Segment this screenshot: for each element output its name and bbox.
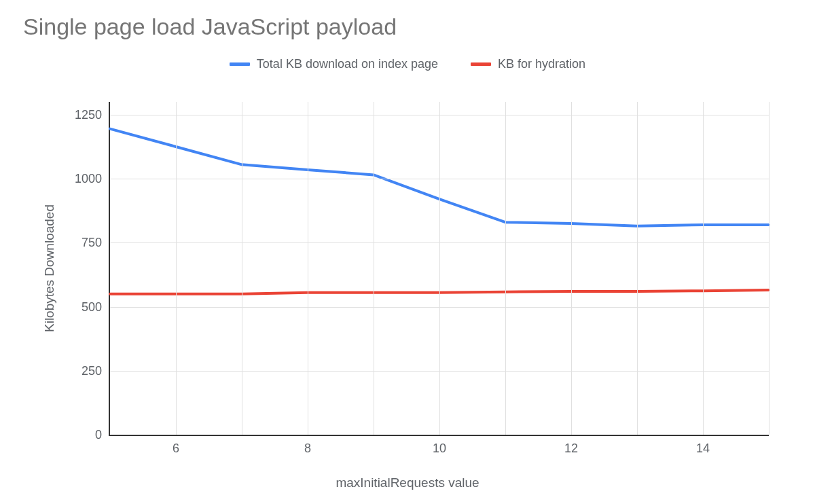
y-tick-label: 1000: [75, 172, 110, 186]
legend-item-hydration: KB for hydration: [471, 57, 585, 71]
x-axis-title: maxInitialRequests value: [0, 475, 815, 490]
y-tick-label: 750: [82, 236, 110, 250]
gridline-vertical: [308, 102, 308, 435]
gridline-vertical: [242, 102, 242, 435]
y-axis-title: Kilobytes Downloaded: [42, 204, 57, 332]
y-tick-label: 250: [82, 363, 110, 378]
gridline-horizontal: [110, 115, 769, 115]
gridline-vertical: [703, 102, 704, 435]
gridline-horizontal: [110, 179, 769, 179]
legend-swatch-blue-icon: [230, 62, 250, 66]
gridline-vertical: [439, 102, 440, 435]
gridline-vertical: [374, 102, 374, 435]
legend-item-total: Total KB download on index page: [230, 57, 438, 71]
x-tick-label: 6: [173, 435, 179, 456]
legend-label: Total KB download on index page: [257, 57, 438, 71]
gridline-vertical: [176, 102, 177, 435]
legend-label: KB for hydration: [498, 57, 585, 71]
x-tick-label: 8: [304, 435, 311, 456]
chart-title: Single page load JavaScript payload: [23, 14, 397, 40]
gridline-vertical: [769, 102, 769, 435]
y-tick-label: 0: [95, 428, 110, 442]
gridline-horizontal: [110, 242, 769, 243]
chart-container: Single page load JavaScript payload Tota…: [0, 0, 815, 504]
legend-swatch-red-icon: [471, 62, 491, 66]
gridline-vertical: [505, 102, 506, 435]
x-tick-label: 12: [564, 435, 578, 456]
legend: Total KB download on index page KB for h…: [0, 57, 815, 71]
gridline-horizontal: [110, 307, 769, 308]
y-tick-label: 500: [82, 300, 110, 314]
y-tick-label: 1250: [75, 107, 110, 122]
x-tick-label: 10: [433, 435, 446, 456]
x-tick-label: 14: [696, 435, 710, 456]
gridline-vertical: [637, 102, 638, 435]
gridline-vertical: [571, 102, 572, 435]
gridline-horizontal: [110, 371, 769, 372]
plot-area: 02505007501000125068101214: [109, 102, 769, 436]
